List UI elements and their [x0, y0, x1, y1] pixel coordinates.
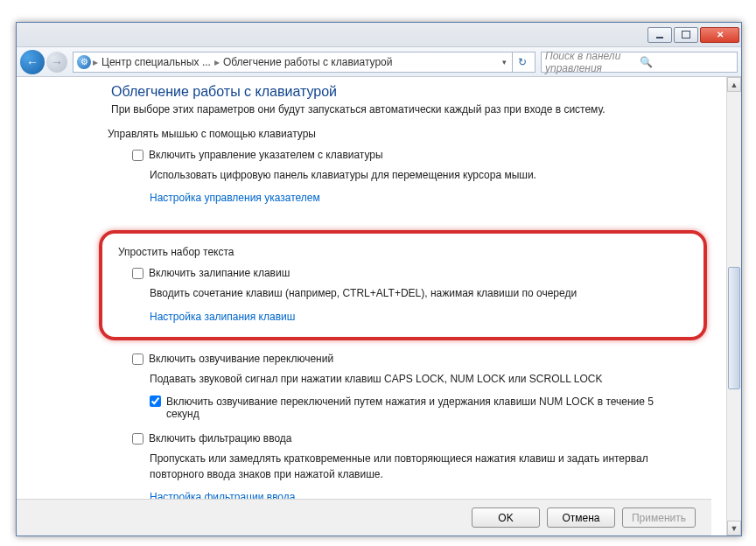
- group-title-text: Упростить набор текста: [118, 246, 695, 258]
- mouse-keys-checkbox[interactable]: [132, 150, 144, 161]
- highlighted-section: Упростить набор текста Включить залипани…: [99, 230, 707, 340]
- sticky-keys-label: Включить залипание клавиш: [149, 267, 290, 279]
- crumb-keyboard[interactable]: Облегчение работы с клавиатурой: [220, 56, 396, 68]
- filter-keys-label: Включить фильтрацию ввода: [149, 432, 292, 444]
- mouse-keys-label: Включить управление указателем с клавиат…: [149, 149, 383, 161]
- maximize-button[interactable]: [674, 27, 698, 43]
- breadcrumb[interactable]: ⚙ ▸ Центр специальных ... ▸ Облегчение р…: [73, 52, 536, 73]
- mouse-keys-group: Управлять мышью с помощью клавиатуры Вкл…: [111, 128, 707, 221]
- button-bar: OK Отмена Применить: [17, 499, 711, 536]
- back-button[interactable]: ←: [20, 50, 45, 74]
- mouse-keys-checkbox-row[interactable]: Включить управление указателем с клавиат…: [132, 149, 707, 161]
- ok-button[interactable]: OK: [472, 508, 540, 528]
- toggle-keys-hold-checkbox[interactable]: [150, 396, 161, 407]
- page-subtitle: При выборе этих параметров они будут зап…: [111, 103, 707, 116]
- sticky-keys-checkbox-row[interactable]: Включить залипание клавиш: [132, 267, 695, 279]
- apply-button[interactable]: Применить: [622, 508, 696, 528]
- refresh-button[interactable]: ↻: [512, 52, 531, 72]
- dropdown-icon[interactable]: ▾: [496, 58, 512, 66]
- toggle-keys-desc: Подавать звуковой сигнал при нажатии кла…: [150, 372, 707, 387]
- sticky-keys-checkbox[interactable]: [132, 268, 144, 279]
- filter-keys-desc: Пропускать или замедлять кратковременные…: [150, 452, 657, 482]
- scroll-down-button[interactable]: ▼: [727, 521, 741, 536]
- titlebar: [17, 23, 741, 47]
- control-panel-window: ← → ⚙ ▸ Центр специальных ... ▸ Облегчен…: [16, 22, 742, 536]
- search-icon: 🔍: [640, 56, 734, 68]
- page-title: Облегчение работы с клавиатурой: [111, 84, 707, 100]
- filter-keys-checkbox-row[interactable]: Включить фильтрацию ввода: [132, 432, 707, 444]
- scroll-thumb[interactable]: [728, 267, 740, 389]
- toggle-keys-label: Включить озвучивание переключений: [149, 353, 333, 365]
- sticky-keys-desc: Вводить сочетание клавиш (например, CTRL…: [150, 286, 695, 301]
- mouse-keys-desc: Использовать цифровую панель клавиатуры …: [150, 168, 707, 183]
- minimize-button[interactable]: [648, 27, 672, 43]
- control-panel-icon: ⚙: [77, 55, 91, 69]
- filter-keys-checkbox[interactable]: [132, 433, 144, 444]
- mouse-keys-settings-link[interactable]: Настройка управления указателем: [150, 192, 707, 204]
- navbar: ← → ⚙ ▸ Центр специальных ... ▸ Облегчен…: [17, 47, 741, 77]
- search-input[interactable]: Поиск в панели управления 🔍: [541, 52, 738, 73]
- toggle-keys-checkbox-row[interactable]: Включить озвучивание переключений: [132, 353, 707, 365]
- toggle-keys-hold-label: Включить озвучивание переключений путем …: [166, 396, 656, 420]
- crumb-ease-center[interactable]: Центр специальных ...: [98, 56, 214, 68]
- content-area: Облегчение работы с клавиатурой При выбо…: [17, 77, 726, 536]
- group-title-mouse: Управлять мышью с помощью клавиатуры: [108, 128, 707, 140]
- cancel-button[interactable]: Отмена: [547, 508, 615, 528]
- close-button[interactable]: [700, 27, 739, 43]
- forward-button[interactable]: →: [46, 52, 67, 73]
- toggle-keys-hold-checkbox-row[interactable]: Включить озвучивание переключений путем …: [150, 396, 707, 420]
- vertical-scrollbar[interactable]: ▲ ▼: [726, 77, 741, 536]
- sticky-keys-settings-link[interactable]: Настройка залипания клавиш: [150, 311, 695, 323]
- scroll-up-button[interactable]: ▲: [727, 77, 741, 92]
- search-placeholder: Поиск в панели управления: [545, 50, 640, 74]
- toggle-keys-checkbox[interactable]: [132, 354, 144, 365]
- scroll-track[interactable]: [727, 92, 741, 521]
